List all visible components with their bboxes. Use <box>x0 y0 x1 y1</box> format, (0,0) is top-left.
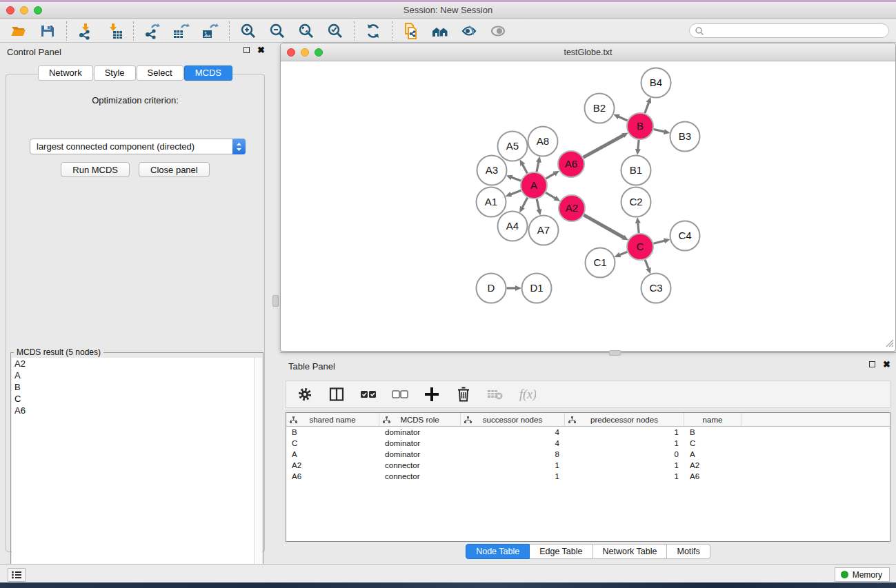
edge-A-A8[interactable] <box>537 162 539 172</box>
edge-C-C2[interactable] <box>638 223 639 233</box>
table-settings-icon[interactable] <box>296 385 314 403</box>
table-cell[interactable]: connector <box>379 460 461 471</box>
graph-node-B3[interactable]: B3 <box>670 122 700 152</box>
table-cell[interactable]: 1 <box>461 460 565 471</box>
hide-graphics-details-icon[interactable] <box>488 21 508 41</box>
export-network-icon[interactable] <box>143 21 162 41</box>
optimization-criterion-dropdown[interactable]: largest connected component (directed) <box>30 139 246 154</box>
zoom-selected-icon[interactable] <box>326 21 345 41</box>
first-neighbors-icon[interactable] <box>430 21 450 41</box>
table-cell[interactable]: dominator <box>379 427 461 438</box>
horizontal-splitter-handle[interactable] <box>609 350 621 356</box>
graph-node-C1[interactable]: C1 <box>586 248 615 278</box>
vertical-splitter-handle[interactable] <box>272 295 279 307</box>
graph-node-A7[interactable]: A7 <box>529 216 559 245</box>
column-header-successor-nodes[interactable]: successor nodes <box>461 413 565 426</box>
split-panel-icon[interactable] <box>328 385 346 403</box>
table-row[interactable]: Bdominator41B <box>286 427 890 438</box>
edge-A2-C[interactable] <box>584 215 623 237</box>
graph-node-A4[interactable]: A4 <box>498 212 528 241</box>
edge-A-A6[interactable] <box>546 174 554 179</box>
edge-B-B1[interactable] <box>638 140 639 150</box>
table-cell[interactable]: 1 <box>565 460 684 471</box>
function-builder-icon[interactable]: f(x) <box>518 385 536 403</box>
tab-motifs[interactable]: Motifs <box>667 544 710 559</box>
table-row[interactable]: Adominator80A <box>286 449 890 460</box>
import-table-icon[interactable] <box>105 21 124 41</box>
edge-A-A4[interactable] <box>522 198 528 207</box>
edge-A-A1[interactable] <box>510 190 521 194</box>
export-image-icon[interactable] <box>201 21 220 41</box>
table-cell[interactable]: 1 <box>565 427 684 438</box>
table-cell[interactable]: B <box>684 427 741 438</box>
edge-A-A7[interactable] <box>537 199 539 210</box>
graph-node-B[interactable]: B <box>627 113 653 139</box>
graph-node-B1[interactable]: B1 <box>621 156 651 185</box>
result-list-item[interactable]: A2 <box>12 358 254 369</box>
graph-node-A2[interactable]: A2 <box>559 195 585 221</box>
table-cell[interactable]: 1 <box>565 438 684 449</box>
window-resize-grip[interactable] <box>884 338 894 349</box>
table-cell[interactable]: A6 <box>684 471 741 482</box>
table-cell[interactable]: A <box>286 449 379 460</box>
edge-B-B4[interactable] <box>645 103 649 114</box>
close-panel-button[interactable]: Close panel <box>139 162 210 177</box>
graph-node-A1[interactable]: A1 <box>477 187 506 217</box>
table-cell[interactable]: 8 <box>461 449 565 460</box>
float-table-panel-icon[interactable] <box>869 361 875 367</box>
graph-node-C[interactable]: C <box>627 234 653 260</box>
network-graph[interactable]: B4B2BB3A5A8A6A3B1AA1C2A2A4A7C4CC1C3DD1 <box>281 61 895 351</box>
select-all-icon[interactable] <box>359 385 377 403</box>
table-cell[interactable]: C <box>286 438 379 449</box>
graph-node-A[interactable]: A <box>521 172 547 199</box>
table-cell[interactable]: dominator <box>379 449 461 460</box>
result-list-item[interactable]: C <box>12 393 254 405</box>
table-cell[interactable]: 4 <box>461 427 565 438</box>
edge-C-C3[interactable] <box>645 260 648 269</box>
show-graphics-details-icon[interactable] <box>459 21 479 41</box>
table-row[interactable]: A6connector11A6 <box>286 471 890 482</box>
edge-B-B3[interactable] <box>653 129 664 132</box>
float-panel-icon[interactable] <box>243 47 250 53</box>
memory-button[interactable]: Memory <box>835 567 890 582</box>
table-cell[interactable]: 4 <box>461 438 565 449</box>
result-list-item[interactable]: B <box>12 381 254 393</box>
edge-A6-B[interactable] <box>584 135 624 157</box>
graph-node-D1[interactable]: D1 <box>522 274 552 303</box>
graph-node-D[interactable]: D <box>477 274 506 303</box>
table-row[interactable]: Cdominator41C <box>286 438 890 449</box>
result-list-item[interactable]: A <box>12 369 254 381</box>
save-session-icon[interactable] <box>38 21 57 41</box>
table-cell[interactable]: 0 <box>565 449 684 460</box>
tab-network[interactable]: Network <box>38 65 93 81</box>
table-row[interactable]: A2connector11A2 <box>286 460 890 471</box>
column-header-name[interactable]: name <box>684 413 741 426</box>
search-input[interactable] <box>689 23 889 38</box>
zoom-in-icon[interactable] <box>239 21 258 41</box>
table-cell[interactable]: dominator <box>379 438 461 449</box>
tab-select[interactable]: Select <box>137 65 183 81</box>
table-cell[interactable]: A2 <box>684 460 741 471</box>
task-history-button[interactable] <box>8 568 26 582</box>
edge-A-A2[interactable] <box>546 192 555 198</box>
graph-node-C2[interactable]: C2 <box>621 187 651 217</box>
close-panel-icon[interactable]: ✖ <box>257 47 265 53</box>
graph-node-A8[interactable]: A8 <box>528 127 558 156</box>
graph-node-A5[interactable]: A5 <box>498 132 528 161</box>
tab-style[interactable]: Style <box>94 65 136 81</box>
zoom-out-icon[interactable] <box>268 21 287 41</box>
table-cell[interactable]: A <box>684 449 741 460</box>
edge-C-C4[interactable] <box>653 241 664 243</box>
open-file-icon[interactable] <box>9 21 28 41</box>
tab-network-table[interactable]: Network Table <box>593 544 668 559</box>
column-header-predecessor-nodes[interactable]: predecessor nodes <box>565 413 684 426</box>
add-column-icon[interactable] <box>423 385 441 403</box>
graph-node-C4[interactable]: C4 <box>670 221 700 251</box>
graph-node-B4[interactable]: B4 <box>641 68 671 98</box>
graph-node-A3[interactable]: A3 <box>477 156 507 185</box>
column-header-MCDS-role[interactable]: MCDS role <box>379 413 461 426</box>
graph-node-B2[interactable]: B2 <box>585 94 615 123</box>
tab-edge-table[interactable]: Edge Table <box>530 544 593 559</box>
delete-table-icon[interactable] <box>486 385 504 403</box>
import-network-icon[interactable] <box>76 21 95 41</box>
